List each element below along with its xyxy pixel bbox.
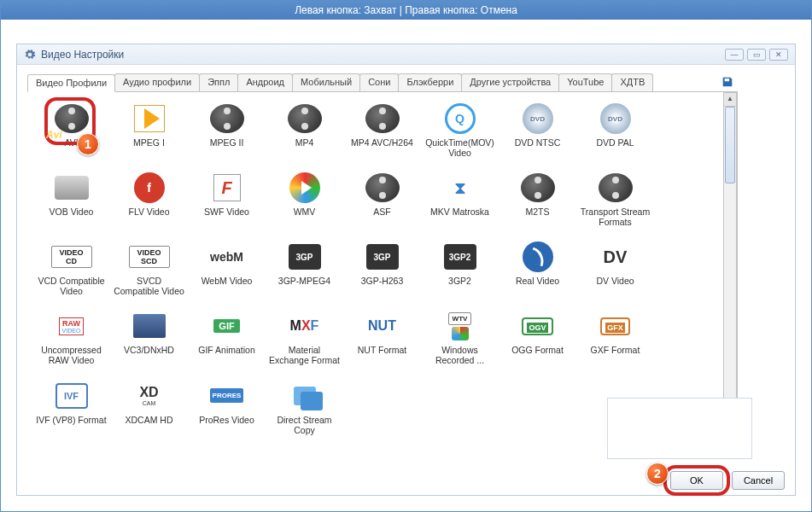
maximize-button[interactable]: ▭	[747, 49, 766, 61]
format-flv[interactable]: fFLV Video	[112, 170, 186, 229]
format-asf[interactable]: ASF	[345, 170, 419, 229]
format-gif[interactable]: GIFGIF Animation	[190, 308, 264, 367]
format-xdcam[interactable]: XDCAMXDCAM HD	[112, 378, 186, 437]
close-button[interactable]: ✕	[769, 49, 788, 61]
window-title: Видео Настройки	[41, 49, 124, 61]
preview-panel	[607, 398, 752, 459]
format-wtv[interactable]: WTVWindows Recorded ...	[423, 308, 497, 367]
format-mp4avc[interactable]: MP4 AVC/H264	[345, 101, 419, 160]
tab-hdtv[interactable]: ХДТВ	[611, 73, 653, 91]
vertical-scrollbar[interactable]: ▲ ▼	[723, 92, 737, 416]
format-3gp2[interactable]: 3GP23GP2	[423, 239, 497, 298]
format-dvd-pal[interactable]: DVDDVD PAL	[578, 101, 652, 160]
tab-audio-profiles[interactable]: Аудио профили	[114, 73, 200, 91]
format-wmv[interactable]: WMV	[267, 170, 342, 229]
format-mp4[interactable]: MP4MP4	[267, 101, 342, 160]
format-vc3[interactable]: VC3/DNxHD	[112, 308, 186, 367]
tab-video-profiles[interactable]: Видео Профили	[27, 74, 115, 92]
format-ogg[interactable]: OGVOGG Format	[500, 308, 575, 367]
cancel-button[interactable]: Cancel	[732, 471, 785, 490]
format-mxf[interactable]: MXFMaterial Exchange Format	[267, 308, 342, 367]
main-titlebar: Левая кнопка: Захват | Правая кнопка: От…	[1, 1, 811, 20]
format-raw[interactable]: RAWVIDEOUncompressed RAW Video	[34, 308, 108, 367]
scroll-thumb[interactable]	[725, 107, 735, 183]
tab-apple[interactable]: Эппл	[199, 73, 238, 91]
format-vob[interactable]: VOB Video	[34, 170, 108, 229]
window-titlebar: Видео Настройки — ▭ ✕	[17, 44, 795, 65]
format-nut[interactable]: NUTNUT Format	[345, 308, 419, 367]
format-3gp-h263[interactable]: 3GP3GP-H263	[345, 239, 419, 298]
tab-other-devices[interactable]: Другие устройства	[461, 73, 559, 91]
format-mkv[interactable]: ⧗MKV Matroska	[423, 170, 497, 229]
tab-strip: Видео Профили Аудио профили Эппл Андроид…	[27, 73, 738, 92]
format-ts[interactable]: Transport Stream Formats	[578, 170, 652, 229]
tab-youtube[interactable]: YouTube	[558, 73, 612, 91]
main-title-text: Левая кнопка: Захват | Правая кнопка: От…	[295, 4, 517, 16]
tab-sony[interactable]: Сони	[359, 73, 399, 91]
format-svcd[interactable]: VIDEO SCDSVCD Compatible Video	[112, 239, 186, 298]
format-gxf[interactable]: GFXGXF Format	[578, 308, 652, 367]
format-vcd[interactable]: VIDEO CDVCD Compatible Video	[34, 239, 108, 298]
format-grid: Avi AVI 1 MPEG I MPEG II MP4MP4 MP4 AVC/…	[34, 101, 720, 437]
save-icon[interactable]	[721, 75, 734, 89]
format-3gp-mpeg4[interactable]: 3GP3GP-MPEG4	[267, 239, 342, 298]
format-dv[interactable]: DVDV Video	[578, 239, 652, 298]
tab-android[interactable]: Андроид	[237, 73, 293, 91]
format-direct-stream[interactable]: Direct Stream Copy	[267, 378, 342, 437]
scroll-up-button[interactable]: ▲	[724, 93, 736, 107]
format-dvd-ntsc[interactable]: DVDDVD NTSC	[500, 101, 575, 160]
tab-mobile[interactable]: Мобильный	[292, 73, 360, 91]
gear-icon	[24, 49, 36, 61]
format-m2ts[interactable]: M2TS	[500, 170, 575, 229]
format-ivf[interactable]: IVFIVF (VP8) Format	[34, 378, 108, 437]
format-quicktime[interactable]: QQuickTime(MOV) Video	[423, 101, 497, 160]
settings-window: Видео Настройки — ▭ ✕ Видео Профили Ауди…	[16, 44, 796, 496]
ok-highlight	[663, 465, 730, 496]
format-mpeg2[interactable]: MPEG II	[190, 101, 264, 160]
format-swf[interactable]: FSWF Video	[190, 170, 264, 229]
tab-blackberry[interactable]: Блэкберри	[398, 73, 462, 91]
callout-2-badge: 2	[646, 463, 669, 485]
dialog-footer: 2 OK Cancel	[17, 466, 795, 495]
format-real[interactable]: Real Video	[500, 239, 575, 298]
minimize-button[interactable]: —	[725, 49, 744, 61]
format-avi[interactable]: Avi AVI 1	[34, 101, 108, 160]
format-webm[interactable]: webMWebM Video	[190, 239, 264, 298]
format-mpeg1[interactable]: MPEG I	[112, 101, 186, 160]
format-prores[interactable]: PRORESProRes Video	[190, 378, 264, 437]
callout-1-badge: 1	[77, 133, 99, 155]
